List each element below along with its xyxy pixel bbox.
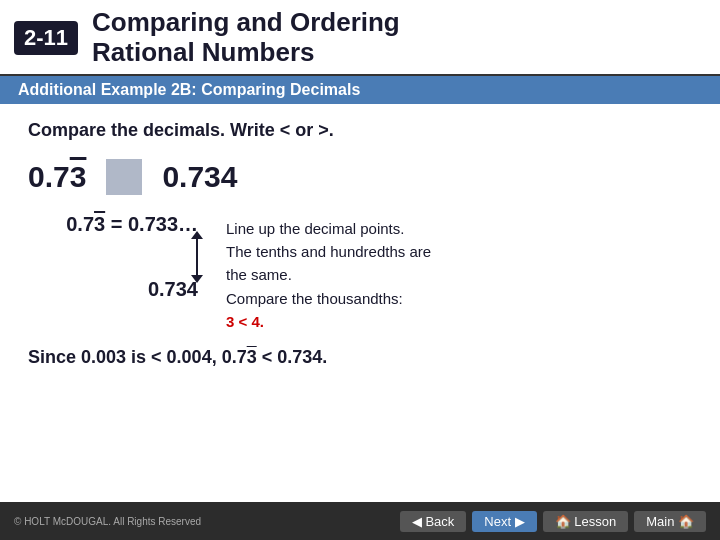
step1-suffix: = 0.733… <box>105 213 198 235</box>
footer: © HOLT McDOUGAL. All Rights Reserved ◀ B… <box>0 502 720 540</box>
left-steps: 0.73 = 0.733… 0.734 <box>38 213 198 301</box>
compare-row: 0.73 0.734 <box>28 159 692 195</box>
step1-line: 0.73 = 0.733… <box>66 213 198 236</box>
step1-prefix: 0.7 <box>66 213 94 235</box>
footer-brand: © HOLT McDOUGAL. All Rights Reserved <box>14 516 201 527</box>
explanation-line2: The tenths and hundredths are <box>226 240 431 263</box>
lesson-button[interactable]: 🏠 Lesson <box>543 511 629 532</box>
since-line: Since 0.003 is < 0.004, 0.73 < 0.734. <box>28 347 692 368</box>
since-prefix: Since 0.003 is < 0.004, 0.7 <box>28 347 247 367</box>
step1-overline: 3 <box>94 213 105 235</box>
compare-left-value: 0.73 <box>28 160 86 194</box>
since-suffix: < 0.734. <box>257 347 328 367</box>
arrow-container <box>196 238 198 276</box>
compare-operator-box <box>106 159 142 195</box>
header: 2-11 Comparing and Ordering Rational Num… <box>0 0 720 76</box>
compare-left-overline: 3 <box>70 160 87 193</box>
explanation-line3: the same. <box>226 263 431 286</box>
footer-nav: ◀ Back Next ▶ 🏠 Lesson Main 🏠 <box>400 511 706 532</box>
next-button[interactable]: Next ▶ <box>472 511 536 532</box>
explanation-line1: Line up the decimal points. <box>226 217 431 240</box>
header-title-line1: Comparing and Ordering <box>92 8 400 38</box>
compare-right-value: 0.734 <box>162 160 237 194</box>
steps-area: 0.73 = 0.733… 0.734 Line up the decimal … <box>38 213 692 333</box>
subheader-text: Additional Example 2B: Comparing Decimal… <box>18 81 360 98</box>
main-content: Compare the decimals. Write < or >. 0.73… <box>0 104 720 378</box>
since-overline: 3 <box>247 347 257 367</box>
lesson-badge: 2-11 <box>14 21 78 55</box>
compare-left-prefix: 0.7 <box>28 160 70 193</box>
right-explanation: Line up the decimal points. The tenths a… <box>226 213 431 333</box>
explanation-line4: Compare the thousandths: <box>226 287 431 310</box>
arrow-line <box>196 238 198 276</box>
subheader: Additional Example 2B: Comparing Decimal… <box>0 76 720 104</box>
header-title: Comparing and Ordering Rational Numbers <box>92 8 400 68</box>
explanation-line5: 3 < 4. <box>226 310 431 333</box>
header-title-line2: Rational Numbers <box>92 38 400 68</box>
section-title: Compare the decimals. Write < or >. <box>28 120 692 141</box>
main-button[interactable]: Main 🏠 <box>634 511 706 532</box>
back-button[interactable]: ◀ Back <box>400 511 467 532</box>
